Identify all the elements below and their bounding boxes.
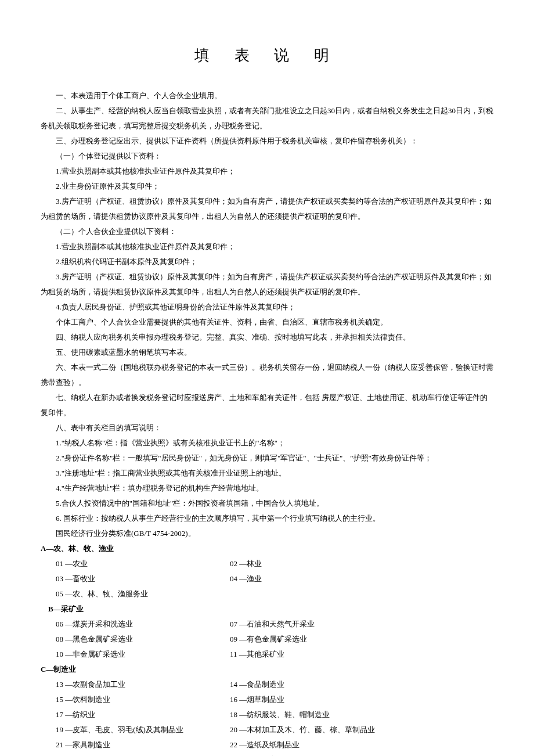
instruction-paragraph: 七、纳税人在新办或者换发税务登记时应报送房产、土地和车船有关证件，包括 房屋产权… <box>41 390 493 420</box>
category-item: 05 —农、林、牧、渔服务业 <box>56 586 218 602</box>
category-grid-c: 13 —农副食品加工业 14 —食品制造业 15 —饮料制造业 16 —烟草制品… <box>41 677 493 756</box>
instruction-paragraph: 5.合伙人投资情况中的"国籍和地址"栏：外国投资者填国籍，中国合伙人填地址。 <box>41 496 493 511</box>
instruction-paragraph: 3.房产证明（产权证、租赁协议）原件及其复印件；如为自有房产，请提供产权证或买卖… <box>41 269 493 300</box>
category-item: 15 —饮料制造业 <box>56 692 218 707</box>
category-header-a: A—农、林、牧、渔业 <box>41 541 493 556</box>
instruction-paragraph: 3."注册地址"栏：指工商营业执照或其他有关核准开业证照上的地址。 <box>41 466 493 481</box>
instruction-paragraph: 五、使用碳素或蓝墨水的钢笔填写本表。 <box>41 345 493 360</box>
category-item: 03 —畜牧业 <box>56 571 218 586</box>
instruction-paragraph: 4.负责人居民身份证、护照或其他证明身份的合法证件原件及其复印件； <box>41 300 493 315</box>
category-item: 17 —纺织业 <box>56 707 218 722</box>
instruction-paragraph: 四、纳税人应向税务机关申报办理税务登记。完整、真实、准确、按时地填写此表，并承担… <box>41 330 493 345</box>
category-grid-a: 01 —农业 02 —林业 03 —畜牧业 04 —渔业 05 —农、林、牧、渔… <box>41 556 493 602</box>
instruction-paragraph: 八、表中有关栏目的填写说明： <box>41 420 493 435</box>
category-item: 11 —其他采矿业 <box>230 647 493 662</box>
instruction-paragraph: （二）个人合伙企业提供以下资料： <box>41 224 493 239</box>
category-item: 06 —煤炭开采和洗选业 <box>56 617 218 632</box>
category-item: 01 —农业 <box>56 556 218 571</box>
category-item: 23 —印刷业和记录媒介的复制 <box>56 753 218 756</box>
instruction-paragraph: 国民经济行业分类标准(GB/T 4754-2002)。 <box>41 526 493 541</box>
instruction-paragraph: 6. 国标行业：按纳税人从事生产经营行业的主次顺序填写，其中第一个行业填写纳税人… <box>41 511 493 526</box>
category-item: 18 —纺织服装、鞋、帽制造业 <box>230 707 493 722</box>
instruction-paragraph: 4."生产经营地址"栏：填办理税务登记的机构生产经营地地址。 <box>41 481 493 496</box>
category-header-c: C—制造业 <box>41 662 493 677</box>
instruction-paragraph: 个体工商户、个人合伙企业需要提供的其他有关证件、资料，由省、自治区、直辖市税务机… <box>41 315 493 330</box>
instruction-paragraph: 2."身份证件名称"栏：一般填写"居民身份证"，如无身份证，则填写"军官证"、"… <box>41 451 493 466</box>
category-item: 07 —石油和天然气开采业 <box>230 617 493 632</box>
instruction-paragraph: 2.业主身份证原件及其复印件； <box>41 179 493 194</box>
category-item: 22 —造纸及纸制品业 <box>230 737 493 753</box>
instruction-paragraph: 六、本表一式二份（国地税联办税务登记的本表一式三份）。税务机关留存一份，退回纳税… <box>41 360 493 390</box>
category-item: 08 —黑色金属矿采选业 <box>56 632 218 647</box>
instruction-paragraph: 3.房产证明（产权证、租赁协议）原件及其复印件；如为自有房产，请提供产权证或买卖… <box>41 194 493 224</box>
page-title: 填 表 说 明 <box>41 41 493 71</box>
instruction-paragraph: 2.组织机构代码证书副本原件及其复印件； <box>41 254 493 269</box>
instruction-paragraph: 1.营业执照副本或其他核准执业证件原件及其复印件； <box>41 239 493 254</box>
category-item: 14 —食品制造业 <box>230 677 493 692</box>
instruction-paragraph: 1."纳税人名称"栏：指《营业执照》或有关核准执业证书上的"名称"； <box>41 435 493 451</box>
instruction-paragraph: 二、从事生产、经营的纳税人应当自领取营业执照，或者有关部门批准设立之日起30日内… <box>41 103 493 134</box>
instruction-paragraph: 一、本表适用于个体工商户、个人合伙企业填用。 <box>41 88 493 103</box>
category-item: 21 —家具制造业 <box>56 737 218 753</box>
category-item: 04 —渔业 <box>230 571 493 586</box>
instruction-paragraph: 三、办理税务登记应出示、提供以下证件资料（所提供资料原件用于税务机关审核，复印件… <box>41 134 493 149</box>
category-header-b: B—采矿业 <box>41 602 493 617</box>
category-item: 24 —文教体育用品制造业 <box>230 753 493 756</box>
category-item: 19 —皮革、毛皮、羽毛(绒)及其制品业 <box>56 722 218 737</box>
category-item: 10 —非金属矿采选业 <box>56 647 218 662</box>
category-item: 20 —木材加工及木、竹、藤、棕、草制品业 <box>230 722 493 737</box>
instruction-paragraph: （一）个体登记提供以下资料： <box>41 149 493 164</box>
category-item: 09 —有色金属矿采选业 <box>230 632 493 647</box>
category-item: 16 —烟草制品业 <box>230 692 493 707</box>
category-item: 02 —林业 <box>230 556 493 571</box>
category-grid-b: 06 —煤炭开采和洗选业 07 —石油和天然气开采业 08 —黑色金属矿采选业 … <box>41 617 493 662</box>
instruction-paragraph: 1.营业执照副本或其他核准执业证件原件及其复印件； <box>41 164 493 179</box>
category-item: 13 —农副食品加工业 <box>56 677 218 692</box>
